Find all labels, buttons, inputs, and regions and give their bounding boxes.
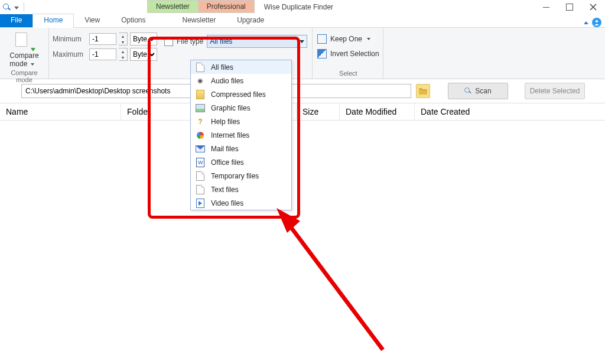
qat-separator xyxy=(24,2,24,12)
col-name[interactable]: Name xyxy=(0,103,121,120)
compare-label-1: Compare xyxy=(9,51,38,60)
svg-line-1 xyxy=(285,220,383,350)
file-type-label: File type xyxy=(177,37,203,46)
search-icon xyxy=(464,87,471,95)
chevron-down-icon xyxy=(367,38,370,40)
compare-label-2: mode xyxy=(9,60,27,68)
minimum-input[interactable] xyxy=(89,33,116,45)
invert-label: Invert Selection xyxy=(330,50,379,58)
invert-icon xyxy=(317,49,327,58)
keep-one-label: Keep One xyxy=(330,35,362,43)
delete-label: Delete Selected xyxy=(530,87,580,95)
window-controls xyxy=(534,0,605,14)
minimum-spinner[interactable]: ▲▼ xyxy=(119,32,128,46)
tab-upgrade[interactable]: Upgrade xyxy=(226,14,275,27)
col-size[interactable]: Size xyxy=(297,103,340,120)
group-label-select: Select xyxy=(317,69,379,79)
quick-access-toolbar xyxy=(0,0,29,14)
tab-newsletter[interactable]: Newsletter xyxy=(172,14,227,27)
file-icon xyxy=(196,63,205,72)
scan-button[interactable]: Scan xyxy=(448,83,508,99)
scan-bar: Scan Delete Selected xyxy=(0,79,605,103)
minimum-label: Minimum xyxy=(53,35,87,43)
dd-item-all-files[interactable]: All files xyxy=(191,60,291,74)
dd-item-mail-files[interactable]: Mail files xyxy=(191,142,291,155)
file-type-checkbox[interactable] xyxy=(164,37,173,46)
edition-pills: Newsletter Professional xyxy=(147,0,255,13)
zoom-icon[interactable] xyxy=(2,3,11,11)
grid-header: Name Folder Size Date Modified Date Crea… xyxy=(0,103,605,121)
maximum-input[interactable] xyxy=(89,48,116,60)
tab-strip: File Home View Options Newsletter Upgrad… xyxy=(0,14,605,28)
chevron-down-icon xyxy=(31,63,34,66)
maximum-spinner[interactable]: ▲▼ xyxy=(119,48,128,61)
dd-item-graphic-files[interactable]: Graphic files xyxy=(191,101,291,115)
file-type-value: All files xyxy=(207,35,297,47)
svg-marker-2 xyxy=(277,208,300,233)
tab-view[interactable]: View xyxy=(74,14,110,27)
text-icon xyxy=(196,185,205,194)
professional-pill[interactable]: Professional xyxy=(198,0,255,13)
file-type-dropdown-list: All files Audio files Compressed files G… xyxy=(190,60,292,210)
app-title: Wise Duplicate Finder xyxy=(264,0,333,14)
scan-label: Scan xyxy=(475,87,491,95)
minimize-button[interactable] xyxy=(534,0,558,14)
tab-file[interactable]: File xyxy=(0,14,32,27)
file-type-combo[interactable]: All files xyxy=(207,35,307,48)
dd-item-help-files[interactable]: Help files xyxy=(191,115,291,128)
maximize-button[interactable] xyxy=(558,0,581,14)
tab-options[interactable]: Options xyxy=(110,14,156,27)
office-icon xyxy=(196,158,205,167)
dd-item-video-files[interactable]: Video files xyxy=(191,196,291,210)
help-icon xyxy=(196,117,205,126)
ribbon: Compare mode Compare mode Minimum ▲▼ Byt… xyxy=(0,28,605,79)
dd-item-temporary-files[interactable]: Temporary files xyxy=(191,169,291,183)
video-icon xyxy=(196,199,205,208)
keep-one-icon xyxy=(317,34,327,44)
mail-icon xyxy=(196,144,205,154)
compare-mode-button[interactable]: Compare mode xyxy=(9,51,38,68)
dd-item-text-files[interactable]: Text files xyxy=(191,183,291,196)
browse-folder-button[interactable] xyxy=(416,84,430,98)
compare-icon[interactable] xyxy=(15,32,33,50)
annotation-arrow xyxy=(265,202,395,356)
keep-one-button[interactable]: Keep One xyxy=(317,33,379,45)
col-date-created[interactable]: Date Created xyxy=(415,103,503,120)
invert-selection-button[interactable]: Invert Selection xyxy=(317,48,379,60)
qat-dropdown-icon[interactable] xyxy=(14,6,19,9)
col-date-modified[interactable]: Date Modified xyxy=(340,103,415,120)
group-size: Minimum ▲▼ Byte Maximum ▲▼ Byte xyxy=(49,28,161,79)
dd-item-audio-files[interactable]: Audio files xyxy=(191,74,291,87)
internet-icon xyxy=(196,131,205,140)
image-icon xyxy=(196,103,205,113)
dd-item-internet-files[interactable]: Internet files xyxy=(191,128,291,142)
newsletter-pill[interactable]: Newsletter xyxy=(147,0,198,13)
maximum-unit-select[interactable]: Byte xyxy=(130,48,157,61)
svg-point-0 xyxy=(596,20,598,22)
user-avatar-icon[interactable] xyxy=(592,18,601,27)
group-select: Keep One Invert Selection Select xyxy=(313,28,383,79)
minimum-unit-select[interactable]: Byte xyxy=(130,32,157,46)
file-icon xyxy=(196,171,205,181)
audio-icon xyxy=(196,76,205,86)
tab-home[interactable]: Home xyxy=(32,14,74,28)
ribbon-collapse-icon[interactable] xyxy=(584,21,588,24)
dd-item-compressed-files[interactable]: Compressed files xyxy=(191,87,291,101)
maximum-label: Maximum xyxy=(53,50,87,58)
titlebar: Newsletter Professional Wise Duplicate F… xyxy=(0,0,605,14)
group-label-compare: Compare mode xyxy=(4,68,45,85)
dd-item-office-files[interactable]: Office files xyxy=(191,155,291,169)
delete-selected-button[interactable]: Delete Selected xyxy=(525,83,585,99)
close-button[interactable] xyxy=(581,0,605,14)
zip-icon xyxy=(196,90,205,99)
file-type-dropdown-icon[interactable] xyxy=(297,35,307,47)
group-compare-mode: Compare mode Compare mode xyxy=(0,28,49,79)
